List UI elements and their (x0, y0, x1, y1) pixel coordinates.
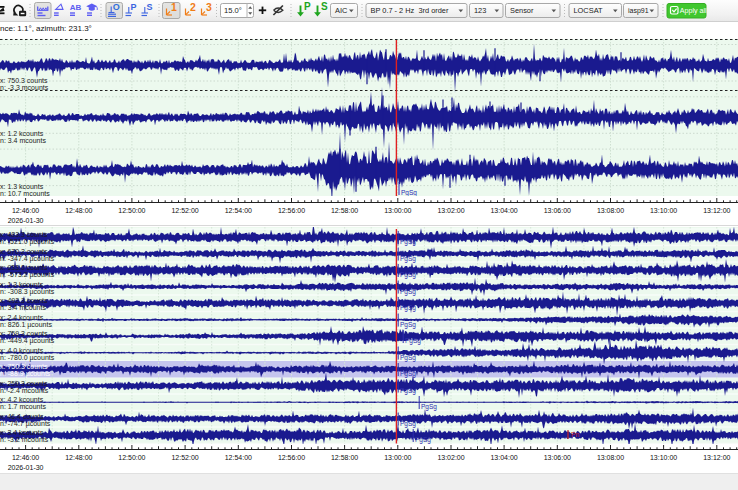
svg-text:n: 1.7 mcounts: n: 1.7 mcounts (0, 403, 46, 410)
svg-text:O: O (113, 2, 120, 12)
svg-text:PgSg: PgSg (400, 370, 416, 378)
svg-text:n: -521.0 µcounts: n: -521.0 µcounts (0, 238, 55, 246)
svg-text:12:48:00: 12:48:00 (65, 454, 92, 461)
svg-text:n: -573.2 µcounts: n: -573.2 µcounts (0, 271, 55, 279)
svg-text:x: 492.3 counts: x: 492.3 counts (0, 297, 48, 304)
svg-text:BP 0.7 - 2 Hz 3rd order: BP 0.7 - 2 Hz 3rd order (371, 6, 449, 15)
svg-text:n: -3.3 mcounts: n: -3.3 mcounts (0, 84, 49, 91)
svg-text:12:50:00: 12:50:00 (118, 207, 145, 214)
svg-text:x: 4.2 kcounts: x: 4.2 kcounts (0, 396, 44, 403)
svg-text:13:04:00: 13:04:00 (490, 207, 517, 214)
svg-text:n: 3.4 mcounts: n: 3.4 mcounts (0, 304, 46, 311)
svg-text:12:56:00: 12:56:00 (278, 454, 305, 461)
svg-text:2: 2 (190, 1, 196, 13)
svg-text:PgSg: PgSg (400, 255, 416, 263)
svg-text:x: 2.4 kcounts: x: 2.4 kcounts (0, 314, 44, 321)
svg-text:PgSg: PgSg (400, 321, 416, 329)
svg-text:S: S (321, 1, 328, 12)
svg-text:13:00:00: 13:00:00 (384, 207, 411, 214)
svg-text:n: 3.4 mcounts: n: 3.4 mcounts (0, 137, 46, 144)
svg-text:15.0°: 15.0° (224, 6, 242, 15)
svg-text:Apply all: Apply all (680, 7, 707, 15)
svg-text:PgSg: PgSg (400, 420, 416, 428)
svg-text:12:50:00: 12:50:00 (118, 454, 145, 461)
svg-text:AIC: AIC (335, 6, 348, 15)
svg-text:12:46:00: 12:46:00 (12, 454, 39, 461)
svg-text:n: -780.0 µcounts: n: -780.0 µcounts (0, 354, 55, 362)
svg-text:2026-01-30: 2026-01-30 (8, 464, 44, 471)
svg-text:x: 46.4 counts: x: 46.4 counts (0, 413, 44, 420)
svg-text:PgSg: PgSg (400, 354, 416, 362)
svg-text:13:10:00: 13:10:00 (650, 207, 677, 214)
svg-text:13:12:00: 13:12:00 (703, 454, 730, 461)
svg-text:PgSg: PgSg (400, 387, 416, 395)
svg-text:PgSg: PgSg (421, 403, 437, 411)
svg-text:12:52:00: 12:52:00 (171, 454, 198, 461)
svg-text:LOCSAT: LOCSAT (574, 6, 604, 15)
svg-text:13:08:00: 13:08:00 (597, 454, 624, 461)
svg-text:2026-01-30: 2026-01-30 (8, 217, 44, 224)
svg-text:13:10:00: 13:10:00 (650, 454, 677, 461)
svg-text:12:58:00: 12:58:00 (331, 454, 358, 461)
svg-text:13:02:00: 13:02:00 (437, 207, 464, 214)
svg-text:PgSg: PgSg (405, 337, 421, 345)
svg-text:12:48:00: 12:48:00 (65, 207, 92, 214)
svg-text:PgSg: PgSg (400, 304, 416, 312)
svg-text:n: 826.1 µcounts: n: 826.1 µcounts (0, 321, 52, 329)
svg-text:x: 933.0 counts: x: 933.0 counts (0, 264, 48, 271)
svg-text:12:52:00: 12:52:00 (171, 207, 198, 214)
svg-text:13:00:00: 13:00:00 (384, 454, 411, 461)
svg-text:n: -347.4 µcounts: n: -347.4 µcounts (0, 255, 55, 263)
svg-text:n: -2.4 mcounts: n: -2.4 mcounts (0, 387, 49, 394)
svg-text:x: 670.2 counts: x: 670.2 counts (0, 248, 48, 255)
svg-text:n: -88.9 µcounts: n: -88.9 µcounts (0, 370, 51, 378)
svg-text:12:56:00: 12:56:00 (278, 207, 305, 214)
svg-text:x: 259.3 counts: x: 259.3 counts (0, 380, 48, 387)
svg-text:x: 750.3 counts: x: 750.3 counts (0, 363, 48, 370)
svg-text:P: P (304, 1, 311, 12)
svg-text:PgSg: PgSg (400, 238, 416, 246)
svg-text:n: -308.3 µcounts: n: -308.3 µcounts (0, 288, 55, 296)
svg-text:x: 1.2 kcounts: x: 1.2 kcounts (0, 130, 44, 137)
svg-text:3: 3 (206, 1, 212, 13)
svg-text:x: 4.0 kcounts: x: 4.0 kcounts (0, 347, 44, 354)
svg-text:AB: AB (70, 3, 82, 12)
svg-text:13:08:00: 13:08:00 (597, 207, 624, 214)
svg-text:x: 750.3 counts: x: 750.3 counts (0, 77, 48, 84)
svg-text:P: P (131, 2, 137, 12)
svg-text:13:04:00: 13:04:00 (490, 454, 517, 461)
svg-text:x: 759.3 counts: x: 759.3 counts (0, 330, 48, 337)
svg-text:x: 1.3 kcounts: x: 1.3 kcounts (0, 281, 44, 288)
svg-text:123: 123 (474, 6, 486, 15)
svg-text:Pn: Pn (571, 431, 580, 438)
svg-text:12:54:00: 12:54:00 (225, 207, 252, 214)
svg-text:13:06:00: 13:06:00 (544, 207, 571, 214)
svg-text:13:02:00: 13:02:00 (437, 454, 464, 461)
svg-text:x: 483.3 counts: x: 483.3 counts (0, 231, 48, 238)
svg-text:x: 3.4 kcounts: x: 3.4 kcounts (0, 429, 44, 436)
svg-text:PgSg: PgSg (401, 189, 417, 196)
svg-text:12:58:00: 12:58:00 (331, 207, 358, 214)
svg-text:12:46:00: 12:46:00 (12, 207, 39, 214)
svg-text:iasp91: iasp91 (628, 7, 649, 15)
svg-text:PgSg: PgSg (400, 271, 416, 279)
svg-text:13:12:00: 13:12:00 (703, 207, 730, 214)
svg-text:n: -74.7 µcounts: n: -74.7 µcounts (0, 420, 51, 428)
svg-text:n: -449.4 µcounts: n: -449.4 µcounts (0, 337, 55, 345)
svg-text:12:54:00: 12:54:00 (225, 454, 252, 461)
svg-text:1: 1 (171, 1, 177, 13)
svg-text:13:06:00: 13:06:00 (544, 454, 571, 461)
svg-text:Sensor: Sensor (510, 6, 534, 15)
svg-text:S: S (147, 2, 153, 12)
svg-text:x: 1.3 kcounts: x: 1.3 kcounts (0, 183, 44, 190)
svg-text:PgSg: PgSg (400, 288, 416, 296)
